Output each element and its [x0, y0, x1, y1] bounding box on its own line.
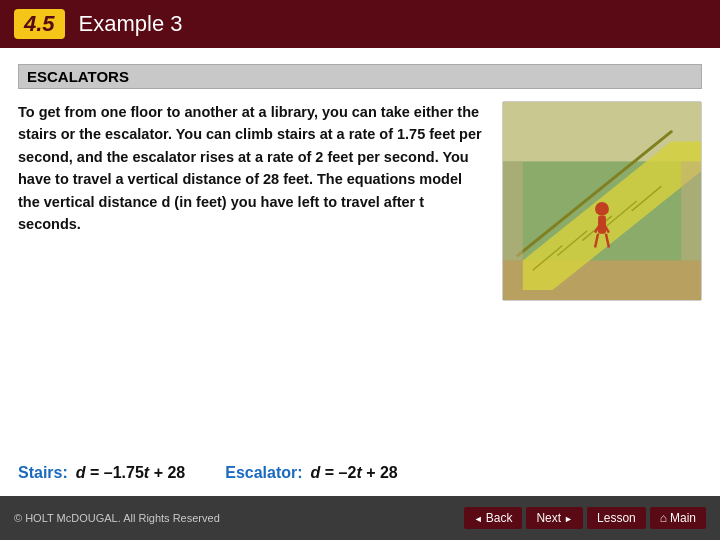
stairs-label: Stairs: [18, 464, 68, 482]
main-button[interactable]: Main [650, 507, 706, 529]
main-content: ESCALATORS To get from one floor to anot… [0, 48, 720, 496]
svg-rect-16 [503, 161, 523, 260]
header: 4.5 Example 3 [0, 0, 720, 48]
main-label: Main [670, 511, 696, 525]
back-arrow-icon [474, 511, 483, 525]
escalator-formula: d = –2t + 28 [311, 464, 398, 482]
next-label: Next [536, 511, 561, 525]
escalator-image [502, 101, 702, 301]
next-arrow-icon [564, 511, 573, 525]
page-title: Example 3 [79, 11, 183, 37]
stairs-equation: Stairs: d = –1.75t + 28 [18, 464, 185, 482]
section-badge: 4.5 [14, 9, 65, 39]
nav-buttons: Back Next Lesson Main [464, 507, 706, 529]
equations-row: Stairs: d = –1.75t + 28 Escalator: d = –… [18, 454, 702, 486]
stairs-formula: d = –1.75t + 28 [76, 464, 185, 482]
back-button[interactable]: Back [464, 507, 523, 529]
section-label: ESCALATORS [18, 64, 702, 89]
next-button[interactable]: Next [526, 507, 583, 529]
svg-point-10 [595, 202, 609, 216]
escalator-label: Escalator: [225, 464, 302, 482]
home-icon [660, 511, 667, 525]
escalator-equation: Escalator: d = –2t + 28 [225, 464, 398, 482]
body-text: To get from one floor to another at a li… [18, 101, 486, 454]
body-paragraph: To get from one floor to another at a li… [18, 101, 486, 236]
content-row: To get from one floor to another at a li… [18, 101, 702, 454]
back-label: Back [486, 511, 513, 525]
footer: © HOLT McDOUGAL. All Rights Reserved Bac… [0, 496, 720, 540]
copyright-text: © HOLT McDOUGAL. All Rights Reserved [14, 512, 220, 524]
svg-rect-17 [681, 161, 701, 260]
lesson-button[interactable]: Lesson [587, 507, 646, 529]
lesson-label: Lesson [597, 511, 636, 525]
